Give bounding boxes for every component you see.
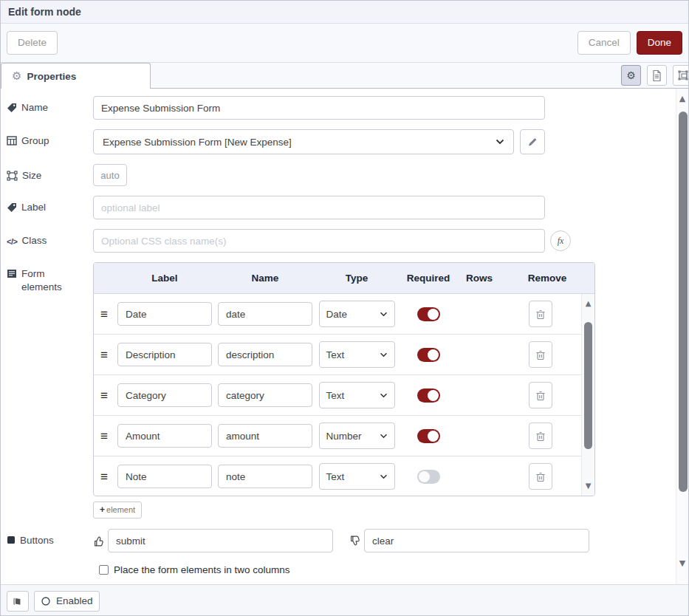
scroll-up-icon[interactable]: ▲	[676, 95, 688, 103]
element-label-input[interactable]	[117, 465, 212, 488]
remove-element-button[interactable]	[529, 422, 552, 449]
size-button[interactable]: auto	[93, 164, 127, 186]
header-required: Required	[398, 273, 459, 284]
element-label-input[interactable]	[117, 424, 212, 448]
done-button[interactable]: Done	[637, 31, 682, 55]
chevron-down-icon	[380, 474, 388, 479]
element-type-value: Date	[326, 309, 348, 320]
delete-button[interactable]: Delete	[7, 31, 58, 55]
scroll-up-icon[interactable]: ▲	[582, 300, 594, 307]
group-label: Group	[21, 134, 49, 148]
scroll-thumb[interactable]	[584, 322, 592, 449]
list-icon	[7, 269, 17, 278]
code-icon: </>	[7, 236, 17, 247]
drag-handle-icon[interactable]: ≡	[100, 430, 108, 442]
remove-element-button[interactable]	[529, 301, 552, 327]
header-remove: Remove	[500, 273, 594, 284]
elements-table: Label Name Type Required Rows Remove ≡	[93, 262, 595, 496]
submit-button-input[interactable]	[108, 529, 333, 552]
element-type-select[interactable]: Number	[319, 422, 395, 449]
size-icon	[7, 171, 18, 181]
element-type-value: Text	[326, 349, 345, 360]
group-select[interactable]: Expense Submission Form [New Expense]	[93, 129, 514, 154]
label-value	[93, 196, 545, 219]
class-input[interactable]	[93, 229, 545, 253]
drag-handle-icon[interactable]: ≡	[100, 389, 108, 402]
edit-form-node-dialog: Edit form node Delete Cancel Done ⚙ Prop…	[0, 0, 689, 616]
drag-handle-icon[interactable]: ≡	[100, 470, 108, 483]
element-label-input[interactable]	[117, 383, 212, 407]
element-name-input[interactable]	[218, 302, 312, 326]
group-value: Expense Submission Form [New Expense]	[93, 129, 545, 154]
fx-icon: fx	[558, 236, 564, 247]
remove-element-button[interactable]	[529, 341, 552, 368]
header-type: Type	[315, 273, 398, 284]
buttons-label: Buttons	[20, 534, 54, 547]
edit-group-button[interactable]	[520, 129, 545, 154]
label-row: Label	[7, 196, 669, 219]
trash-icon	[535, 349, 546, 360]
node-info-button[interactable]	[7, 591, 29, 612]
label-label-group: Label	[7, 196, 87, 219]
required-toggle[interactable]	[417, 307, 440, 321]
drag-handle-icon[interactable]: ≡	[100, 308, 108, 321]
trash-icon	[535, 431, 546, 442]
scroll-thumb[interactable]	[679, 112, 688, 492]
element-row: ≡ Date	[94, 294, 581, 335]
element-name-input[interactable]	[218, 383, 312, 407]
appearance-icon-button[interactable]	[673, 65, 689, 86]
properties-icon-button[interactable]: ⚙	[621, 65, 641, 86]
enabled-toggle-button[interactable]: Enabled	[34, 591, 100, 612]
two-columns-checkbox[interactable]	[99, 565, 109, 575]
tab-properties[interactable]: ⚙ Properties	[1, 63, 151, 89]
element-name-input[interactable]	[218, 424, 312, 448]
properties-panel: Name Group Expense Submission Form [New …	[1, 89, 688, 584]
class-row: </> Class fx	[7, 229, 669, 253]
group-label-group: Group	[7, 129, 87, 154]
trash-icon	[535, 390, 546, 401]
element-label-input[interactable]	[117, 343, 212, 366]
required-toggle[interactable]	[417, 429, 440, 443]
remove-element-button[interactable]	[529, 463, 552, 490]
scroll-down-icon[interactable]: ▼	[676, 559, 688, 567]
drag-handle-icon[interactable]: ≡	[100, 349, 108, 361]
element-name-input[interactable]	[218, 465, 312, 488]
scroll-down-icon[interactable]: ▼	[582, 482, 594, 490]
tag-icon	[7, 103, 17, 113]
plus-icon: +	[100, 504, 105, 515]
element-type-value: Text	[326, 471, 345, 482]
name-row: Name	[7, 96, 669, 120]
expression-button[interactable]: fx	[550, 230, 571, 251]
size-value: auto	[93, 164, 127, 186]
element-label-input[interactable]	[117, 302, 212, 326]
clear-button-input[interactable]	[364, 529, 589, 552]
tag-icon	[7, 202, 17, 213]
size-label: Size	[22, 169, 41, 182]
element-type-value: Number	[326, 431, 362, 442]
circle-icon	[41, 596, 51, 606]
element-type-select[interactable]: Text	[319, 341, 395, 368]
chevron-down-icon	[380, 312, 388, 317]
required-toggle[interactable]	[417, 470, 440, 484]
description-icon-button[interactable]	[647, 65, 667, 86]
cancel-button[interactable]: Cancel	[577, 31, 631, 55]
panel-scrollbar[interactable]: ▲ ▼	[676, 89, 688, 584]
gear-icon: ⚙	[12, 71, 21, 82]
form-elements-value: Label Name Type Required Rows Remove ≡	[93, 262, 595, 519]
tab-properties-label: Properties	[27, 71, 76, 82]
remove-element-button[interactable]	[529, 382, 552, 408]
buttons-label-group: Buttons	[7, 529, 87, 552]
element-name-input[interactable]	[218, 343, 312, 366]
element-type-select[interactable]: Date	[319, 301, 395, 327]
required-toggle[interactable]	[417, 389, 440, 403]
label-input[interactable]	[93, 196, 545, 219]
element-type-select[interactable]: Text	[319, 463, 395, 490]
header-rows: Rows	[459, 273, 500, 284]
element-type-select[interactable]: Text	[319, 382, 395, 408]
elements-list-scrollbar[interactable]: ▲ ▼	[581, 294, 594, 496]
add-element-button[interactable]: +element	[93, 502, 142, 519]
header-label: Label	[114, 273, 215, 284]
required-toggle[interactable]	[417, 348, 440, 362]
name-input[interactable]	[93, 96, 545, 120]
element-row: ≡ Text	[94, 335, 581, 375]
